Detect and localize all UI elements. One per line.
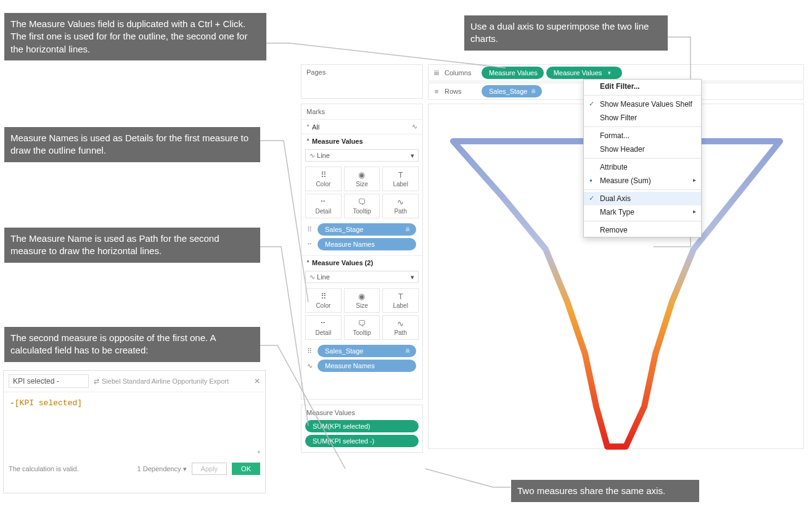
tooltip-icon: 🗨 [358,197,366,207]
marks-card-2-grid: ⠿Color ◉Size TLabel ⠒Detail 🗨Tooltip ∿Pa… [301,286,422,344]
marks-detail-2[interactable]: ⠒Detail [305,315,342,340]
marks-tooltip-2[interactable]: 🗨Tooltip [344,315,380,340]
marks-color-2[interactable]: ⠿Color [305,288,342,313]
menu-show-header[interactable]: Show Header [584,142,701,156]
callout-duplicate: The Measure Values field is duplicated w… [4,13,266,60]
marks-card-2-pills: ⠿Sales_Stage≞ ∿Measure Names [301,344,422,377]
tableau-surface: Pages iii Columns Measure Values Measure… [301,64,805,459]
calc-dependencies[interactable]: 1 Dependency ▾ [137,465,187,473]
marks-card-all[interactable]: ˅All ∿ [301,119,422,134]
calc-status: The calculation is valid. [9,465,79,472]
marks-label-2[interactable]: TLabel [382,288,419,313]
menu-show-mv-shelf[interactable]: Show Measure Values Shelf [584,97,701,111]
marks-path[interactable]: ∿Path [382,194,419,218]
pill-mnames-1[interactable]: Measure Names [318,238,416,250]
path-icon: ∿ [397,319,404,328]
rows-pill[interactable]: Sales_Stage≞ [482,85,542,97]
marks-path-2[interactable]: ∿Path [382,315,419,340]
columns-icon: iii [429,69,445,76]
path-icon: ∿ [305,362,314,370]
marks-tooltip[interactable]: 🗨Tooltip [344,194,380,218]
chevron-down-icon: ▾ [608,70,611,76]
callouts-path: The Measure Name is used as Path for the… [4,228,260,263]
pill-mnames-2[interactable]: Measure Names [318,360,416,372]
marks-size[interactable]: ◉Size [344,167,380,191]
marks-color[interactable]: ⠿Color [305,167,342,191]
calc-formula-area[interactable]: -[KPI selected] ▸ [4,392,265,460]
detail-icon: ⠒ [305,241,314,249]
datasource-icon: ⇄ [94,377,99,385]
marks-panel: Marks ˅All ∿ ˄Measure Values ∿ Line ▾ ⠿C… [301,104,423,400]
marks-card-1-type[interactable]: ∿ Line ▾ [305,149,419,162]
menu-attribute[interactable]: Attribute [584,160,701,174]
detail-icon: ⠒ [320,197,326,207]
chevron-down-icon: ▾ [411,152,414,160]
size-icon: ◉ [358,170,365,179]
close-icon[interactable]: ✕ [254,377,260,385]
marks-card-1-header[interactable]: ˄Measure Values [301,134,422,148]
color-icon: ⠿ [321,292,326,301]
calculated-field-editor: KPI selected - ⇄Siebel Standard Airline … [3,370,266,493]
tooltip-icon: 🗨 [358,319,366,328]
expand-icon[interactable]: ▸ [257,447,261,456]
pill-stage-2[interactable]: Sales_Stage≞ [318,345,416,357]
columns-label: Columns [445,69,482,76]
callout-dual-axis: Use a dual axis to superimpose the two l… [464,15,668,51]
pages-shelf[interactable]: Pages [301,64,423,99]
menu-show-filter[interactable]: Show Filter [584,111,701,125]
sort-icon: ≞ [531,88,536,95]
rows-label: Rows [445,88,482,95]
marks-detail[interactable]: ⠒Detail [305,194,342,218]
columns-pill-2[interactable]: Measure Values▾ [546,67,623,79]
path-icon: ∿ [397,197,404,207]
mv-title: Measure Values [301,405,422,420]
marks-size-2[interactable]: ◉Size [344,288,380,313]
rows-icon: ≡ [429,88,445,95]
color-icon: ⠿ [305,226,314,234]
size-icon: ◉ [358,292,365,301]
marks-label[interactable]: TLabel [382,167,419,191]
pages-label: Pages [301,65,422,80]
calc-datasource: Siebel Standard Airline Opportunity Expo… [102,377,229,385]
detail-icon: ⠒ [320,319,326,328]
marks-card-2-type[interactable]: ∿ Line ▾ [305,271,419,283]
menu-mark-type[interactable]: Mark Type [584,205,701,219]
chevron-up-icon: ˄ [306,138,310,145]
marks-title: Marks [301,104,422,119]
callout-detail: Measure Names is used as Details for the… [4,127,260,162]
callout-shared-axis: Two measures share the same axis. [511,480,699,502]
marks-card-1-pills: ⠿Sales_Stage≞ ⠒Measure Names [301,222,422,255]
ok-button[interactable]: OK [232,463,260,475]
color-icon: ⠿ [321,170,326,179]
callout-calc: The second measure is opposite of the fi… [4,327,260,362]
pill-stage-1[interactable]: Sales_Stage≞ [318,223,416,236]
menu-format[interactable]: Format... [584,129,701,142]
marks-card-2-header[interactable]: ˄Measure Values (2) [301,255,422,270]
pill-context-menu: Edit Filter... Show Measure Values Shelf… [583,79,702,237]
chevron-up-icon: ˄ [306,260,310,266]
line-icon: ∿ [412,123,417,131]
mv-pill-2[interactable]: SUM(KPI selected -) [305,435,419,447]
label-icon: T [398,170,403,179]
menu-dual-axis[interactable]: Dual Axis [584,192,701,205]
chevron-down-icon: ▾ [411,273,414,281]
menu-measure[interactable]: Measure (Sum) [584,174,701,188]
label-icon: T [398,292,403,301]
menu-remove[interactable]: Remove [584,223,701,237]
mv-pill-1[interactable]: SUM(KPI selected) [305,420,419,432]
columns-pill-1[interactable]: Measure Values [482,67,544,79]
measure-values-shelf[interactable]: Measure Values SUM(KPI selected) SUM(KPI… [301,405,423,453]
calc-name-input[interactable]: KPI selected - [9,374,89,388]
chevron-down-icon: ˅ [306,124,310,131]
marks-card-1-grid: ⠿Color ◉Size TLabel ⠒Detail 🗨Tooltip ∿Pa… [301,164,422,222]
color-icon: ⠿ [305,347,314,355]
menu-edit-filter[interactable]: Edit Filter... [584,80,701,93]
apply-button[interactable]: Apply [192,463,228,475]
